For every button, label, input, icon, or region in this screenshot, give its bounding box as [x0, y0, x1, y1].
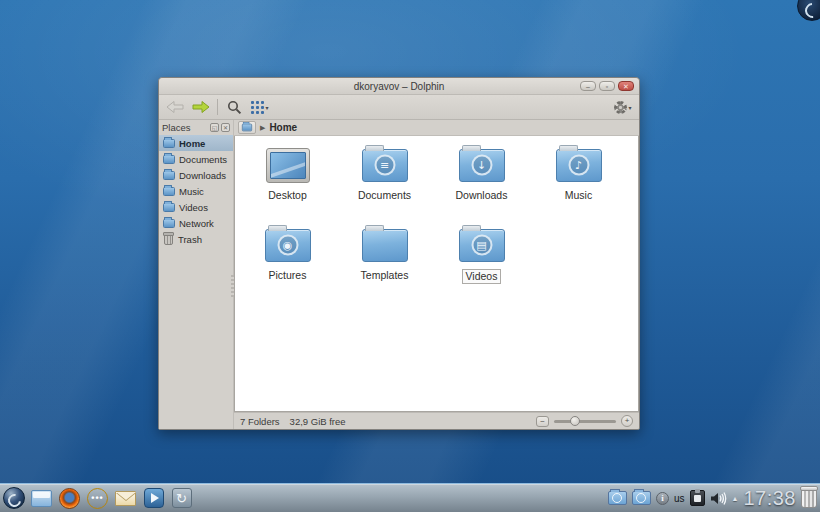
- dolphin-window: dkoryavov – Dolphin – ▫ ✕: [158, 77, 640, 430]
- float-panel-button[interactable]: ◱: [210, 123, 219, 132]
- camera-emblem-icon: ◉: [277, 235, 298, 256]
- desktop-wallpaper: dkoryavov – Dolphin – ▫ ✕: [0, 0, 820, 512]
- zoom-out-button[interactable]: −: [536, 416, 549, 427]
- clipboard-klipper-icon[interactable]: [690, 490, 705, 506]
- minimize-icon: –: [581, 82, 595, 90]
- file-item-desktop[interactable]: Desktop: [239, 144, 336, 224]
- maximize-button[interactable]: ▫: [599, 81, 615, 91]
- control-menu-button[interactable]: ▾: [613, 97, 633, 117]
- envelope-icon: [115, 491, 136, 506]
- close-button[interactable]: ✕: [618, 81, 634, 91]
- volume-button[interactable]: [710, 491, 727, 506]
- back-button[interactable]: [165, 97, 185, 117]
- firefox-launcher[interactable]: [58, 487, 81, 510]
- breadcrumb-home[interactable]: Home: [269, 122, 297, 133]
- titlebar[interactable]: dkoryavov – Dolphin – ▫ ✕: [159, 78, 639, 95]
- sidebar-item-downloads[interactable]: Downloads: [159, 167, 233, 183]
- system-folder-icon: [31, 490, 52, 507]
- zoom-slider-handle[interactable]: [570, 416, 580, 426]
- system-tray: i us ▲ 17:38: [608, 487, 818, 510]
- session-refresh-launcher[interactable]: ↻: [170, 487, 193, 510]
- breadcrumb-root-button[interactable]: [238, 121, 256, 134]
- free-space-text: 32,9 GiB free: [290, 416, 346, 427]
- music-folder-icon: ♪: [556, 149, 602, 182]
- toolbar: ▾ ▾: [159, 95, 639, 120]
- file-item-downloads[interactable]: ↓ Downloads: [433, 144, 530, 224]
- file-item-label: Desktop: [265, 189, 310, 202]
- sidebar-item-network[interactable]: Network: [159, 215, 233, 231]
- file-item-templates[interactable]: Templates: [336, 224, 433, 304]
- file-item-documents[interactable]: ≡ Documents: [336, 144, 433, 224]
- file-item-label: Pictures: [266, 269, 310, 282]
- maximize-icon: ▫: [600, 82, 614, 90]
- status-bar: 7 Folders 32,9 GiB free − +: [234, 412, 639, 429]
- screenshot-tray-icon[interactable]: [608, 491, 627, 505]
- folder-view[interactable]: Desktop ≡ Documents ↓ Downloads: [234, 136, 639, 412]
- location-bar: ▶ Home: [234, 120, 639, 136]
- messenger-launcher[interactable]: •••: [86, 487, 109, 510]
- folder-downloads-icon: [163, 171, 175, 180]
- tray-expander-arrow-icon[interactable]: ▲: [732, 495, 739, 502]
- trash-icon: [164, 234, 173, 245]
- digital-clock[interactable]: 17:38: [743, 487, 796, 510]
- folder-documents-icon: [163, 155, 175, 164]
- sidebar-item-videos[interactable]: Videos: [159, 199, 233, 215]
- play-icon: [144, 488, 164, 508]
- gear-icon: [614, 101, 627, 114]
- chevron-down-icon: ▾: [265, 104, 268, 111]
- sidebar-item-label: Music: [179, 186, 204, 197]
- sidebar-item-label: Downloads: [179, 170, 226, 181]
- sidebar-item-label: Documents: [179, 154, 227, 165]
- toolbar-separator: [217, 99, 218, 115]
- sidebar-item-label: Home: [179, 138, 205, 149]
- screenshot-tray-icon-2[interactable]: [632, 491, 651, 505]
- download-arrow-emblem-icon: ↓: [471, 155, 492, 176]
- chat-bubble-icon: •••: [87, 488, 108, 509]
- mail-launcher[interactable]: [114, 487, 137, 510]
- panel-splitter[interactable]: [231, 275, 234, 297]
- pictures-folder-icon: ◉: [265, 229, 311, 262]
- sidebar-item-home[interactable]: Home: [159, 135, 233, 151]
- close-icon: ✕: [619, 82, 633, 90]
- file-item-pictures[interactable]: ◉ Pictures: [239, 224, 336, 304]
- folder-videos-icon: [163, 203, 175, 212]
- file-manager-launcher[interactable]: [30, 487, 53, 510]
- documents-folder-icon: ≡: [362, 149, 408, 182]
- file-item-videos[interactable]: ▤ Videos: [433, 224, 530, 304]
- zoom-in-button[interactable]: +: [621, 415, 633, 427]
- file-item-label: Templates: [358, 269, 412, 282]
- folder-count-text: 7 Folders: [240, 416, 280, 427]
- document-emblem-icon: ≡: [374, 155, 395, 176]
- find-button[interactable]: [224, 97, 244, 117]
- file-item-music[interactable]: ♪ Music: [530, 144, 627, 224]
- sidebar-item-label: Videos: [179, 202, 208, 213]
- sidebar-item-label: Trash: [178, 234, 202, 245]
- file-item-label: Music: [562, 189, 595, 202]
- sidebar-item-music[interactable]: Music: [159, 183, 233, 199]
- kickoff-launcher-button[interactable]: [2, 487, 25, 510]
- forward-button[interactable]: [191, 97, 211, 117]
- downloads-folder-icon: ↓: [459, 149, 505, 182]
- notifications-info-icon[interactable]: i: [656, 492, 669, 505]
- sidebar-item-trash[interactable]: Trash: [159, 231, 233, 247]
- window-title: dkoryavov – Dolphin: [159, 81, 639, 92]
- music-note-emblem-icon: ♪: [568, 155, 589, 176]
- film-emblem-icon: ▤: [471, 235, 492, 256]
- breadcrumb-arrow-icon[interactable]: ▶: [260, 124, 265, 132]
- panel-trash-icon[interactable]: [801, 488, 817, 508]
- refresh-screen-icon: ↻: [172, 488, 192, 508]
- keyboard-layout-indicator[interactable]: us: [674, 493, 685, 504]
- folder-home-icon: [163, 139, 175, 148]
- view-mode-button[interactable]: ▾: [250, 97, 270, 117]
- chevron-down-icon: ▾: [628, 104, 631, 111]
- media-player-launcher[interactable]: [142, 487, 165, 510]
- close-panel-button[interactable]: ✕: [221, 123, 230, 132]
- plasma-toolbox-cashew-icon[interactable]: [797, 0, 820, 21]
- network-icon: [163, 219, 175, 228]
- sidebar-item-documents[interactable]: Documents: [159, 151, 233, 167]
- minimize-button[interactable]: –: [580, 81, 596, 91]
- file-item-label: Downloads: [453, 189, 511, 202]
- places-panel: Places ◱ ✕ Home Documents Downloads: [159, 120, 234, 429]
- search-icon: [227, 100, 242, 115]
- zoom-slider[interactable]: [554, 420, 616, 423]
